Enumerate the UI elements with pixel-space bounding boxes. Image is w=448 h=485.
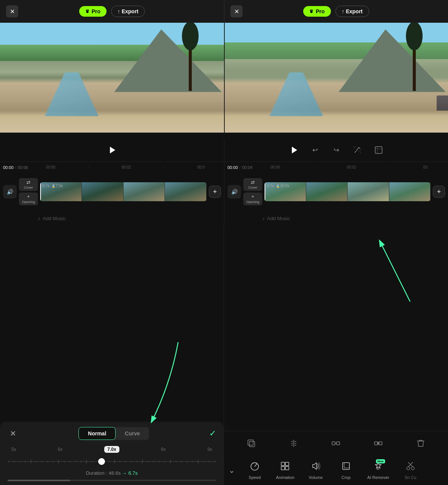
- speed-tool-label: Speed: [249, 475, 261, 480]
- sn-cu-tool-item[interactable]: Sn Cu: [395, 459, 426, 481]
- magic-button[interactable]: [351, 143, 364, 157]
- svg-rect-10: [379, 442, 382, 445]
- speed-slider-thumb[interactable]: [98, 458, 105, 465]
- left-opening-button[interactable]: + Opening: [19, 192, 38, 205]
- delete-tool-button[interactable]: [412, 435, 429, 452]
- left-play-button[interactable]: [105, 143, 119, 157]
- left-track-buttons: ⇄ Cover + Opening: [19, 178, 38, 205]
- right-video-frame: [225, 23, 448, 133]
- left-cover-button[interactable]: ⇄ Cover: [19, 178, 38, 191]
- right-timeline-track: 🔊 ⇄ Cover + Opening 4.7s ⌛10.0x: [224, 173, 448, 211]
- right-track-speed: ⌛10.0x: [276, 184, 289, 188]
- animation-icon: [280, 461, 290, 471]
- left-volume-icon: 🔊: [7, 189, 13, 195]
- left-export-button[interactable]: ↑ Export: [111, 6, 145, 17]
- append-tool-button[interactable]: [327, 435, 344, 452]
- left-add-track-button[interactable]: +: [209, 186, 221, 198]
- left-video-track[interactable]: 6.7s ⌛7.0x: [40, 182, 207, 201]
- left-volume-button[interactable]: 🔊: [3, 185, 17, 199]
- svg-rect-12: [281, 462, 285, 466]
- animation-tool-item[interactable]: Animation: [270, 459, 301, 481]
- left-timeline-track: 🔊 ⇄ Cover + Opening 6.7s ⌛7.0x: [0, 173, 224, 211]
- trim-icon: [374, 439, 383, 448]
- right-controls: ↩ ↪: [224, 139, 448, 161]
- chevron-down-button[interactable]: ⌄: [224, 466, 240, 475]
- right-pro-button[interactable]: ♛ Pro: [303, 6, 331, 17]
- right-track-thumbnail: [265, 182, 431, 201]
- left-pro-button[interactable]: ♛ Pro: [79, 6, 107, 17]
- right-music-note-icon: ♪: [262, 216, 265, 221]
- speed-tab-normal[interactable]: Normal: [78, 427, 116, 440]
- sn-cu-tool-label: Sn Cu: [405, 475, 417, 480]
- left-video-frame: [0, 23, 224, 133]
- copy-tool-button[interactable]: [243, 435, 260, 452]
- header: ✕ ♛ Pro ↑ Export ✕ ♛ Pro ↑ Export: [0, 0, 448, 23]
- svg-rect-6: [249, 441, 255, 447]
- speed-tool-item[interactable]: Speed: [240, 459, 270, 481]
- ai-new-badge: New: [376, 459, 385, 463]
- add-music-row: ♪ Add Music ♪ Add Music: [0, 211, 448, 226]
- left-close-button[interactable]: ✕: [6, 5, 18, 17]
- edit-tools-row: [224, 431, 448, 455]
- right-cover-button[interactable]: ⇄ Cover: [243, 178, 262, 191]
- left-preview: [0, 23, 224, 133]
- svg-rect-14: [281, 466, 285, 470]
- crop-tool-item[interactable]: Crop: [331, 459, 361, 481]
- left-timeline-ticks: 00:00 · 00:02 · 00:0: [30, 165, 221, 169]
- right-add-music: ♪ Add Music: [224, 211, 448, 226]
- speed-close-button[interactable]: ✕: [8, 428, 18, 439]
- left-header: ✕ ♛ Pro ↑ Export: [0, 0, 224, 23]
- ai-remover-tool-item[interactable]: AI New AI Remover: [361, 459, 395, 481]
- left-track-duration: 6.7s: [42, 184, 50, 188]
- left-total-time: 00:06: [18, 165, 28, 170]
- right-cover-label: Cover: [248, 186, 257, 189]
- left-opening-label: Opening: [22, 200, 35, 204]
- undo-button[interactable]: ↩: [308, 143, 322, 157]
- right-volume-button[interactable]: 🔊: [227, 185, 241, 199]
- left-playhead: [40, 182, 41, 201]
- right-close-button[interactable]: ✕: [230, 5, 243, 17]
- speed-slider-track[interactable]: [8, 456, 216, 467]
- redo-button[interactable]: ↪: [329, 143, 343, 157]
- wand-icon: [353, 146, 362, 154]
- speed-icon-wrap: [249, 461, 260, 473]
- left-controls: [0, 139, 224, 161]
- undo-icon: ↩: [312, 146, 318, 154]
- right-opening-button[interactable]: + Opening: [243, 192, 262, 205]
- expand-button[interactable]: [372, 143, 385, 157]
- speed-tab-curve[interactable]: Curve: [116, 427, 149, 440]
- speed-confirm-button[interactable]: ✓: [209, 429, 216, 438]
- duration-label: Duration : 46.6s: [86, 470, 121, 476]
- volume-tool-item[interactable]: Volume: [301, 459, 331, 481]
- right-cover-icon: ⇄: [251, 180, 255, 185]
- right-export-button[interactable]: ↑ Export: [335, 6, 369, 17]
- right-track-buttons: ⇄ Cover + Opening: [243, 178, 262, 205]
- empty-area: ✕ Normal Curve ✓ 5x 6x 7.0x 8x 9x: [0, 226, 448, 485]
- ai-remover-tool-label: AI Remover: [367, 475, 389, 480]
- duration-after-value: 6.7s: [128, 470, 138, 476]
- right-add-track-button[interactable]: +: [433, 186, 445, 198]
- left-music-note-icon: ♪: [38, 216, 41, 221]
- cut-icon: [405, 461, 416, 471]
- left-add-music: ♪ Add Music: [0, 211, 224, 226]
- right-play-button[interactable]: [287, 143, 301, 157]
- left-add-music-label: Add Music: [43, 216, 66, 221]
- speed-tick-9x: 9x: [207, 447, 212, 452]
- right-play-icon: [292, 147, 297, 153]
- speed-tick-8x: 8x: [161, 447, 166, 452]
- right-add-music-label: Add Music: [267, 216, 290, 221]
- timeline-header: 00:00 / 00:06 00:00 · 00:02 · 00:0 00:00…: [0, 161, 448, 173]
- crop-tool-label: Crop: [341, 475, 351, 480]
- split-tool-button[interactable]: [285, 435, 302, 452]
- opening-icon: +: [27, 194, 30, 199]
- speed-tick-5x: 5x: [11, 447, 16, 452]
- right-video-track[interactable]: 4.7s ⌛10.0x: [265, 182, 431, 201]
- left-timeline-header: 00:00 / 00:06 00:00 · 00:02 · 00:0: [0, 161, 224, 173]
- svg-point-19: [411, 467, 414, 470]
- right-pro-label: Pro: [316, 8, 324, 14]
- animation-tool-label: Animation: [276, 475, 294, 480]
- trim-tool-button[interactable]: [370, 435, 387, 452]
- svg-rect-13: [285, 462, 289, 466]
- right-total-time: 00:04: [242, 165, 253, 170]
- speed-panel: ✕ Normal Curve ✓ 5x 6x 7.0x 8x 9x: [0, 422, 224, 485]
